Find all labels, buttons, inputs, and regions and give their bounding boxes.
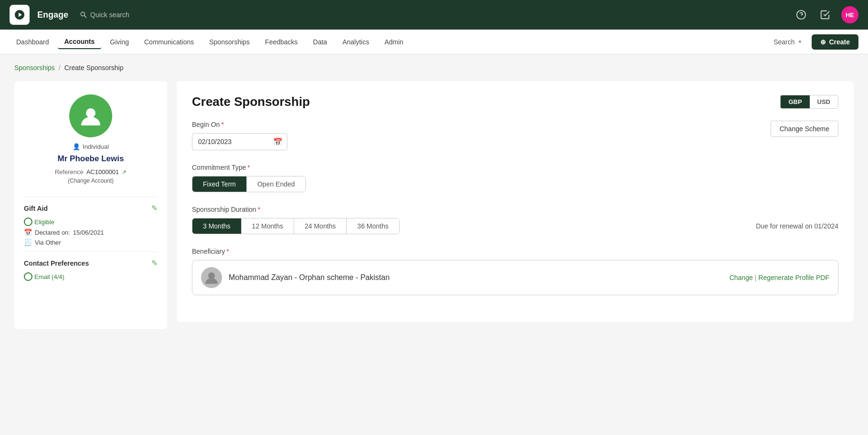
beneficiary-change-link[interactable]: Change xyxy=(730,274,753,281)
via-label: Via Other xyxy=(35,239,61,246)
create-plus-icon: ⊕ xyxy=(820,38,826,46)
commitment-type-required: * xyxy=(247,164,250,171)
gift-aid-status-row: Eligible xyxy=(24,218,158,226)
nav-analytics[interactable]: Analytics xyxy=(336,35,376,49)
account-sidebar: 👤 Individual Mr Phoebe Lewis Reference A… xyxy=(14,81,167,329)
topbar-right: HE xyxy=(794,6,858,23)
fixed-term-button[interactable]: Fixed Term xyxy=(192,176,246,192)
gift-aid-title: Gift Aid xyxy=(24,205,48,212)
gift-aid-edit-icon[interactable]: ✎ xyxy=(151,204,158,213)
create-label: Create xyxy=(829,38,850,46)
navmenu: Dashboard Accounts Giving Communications… xyxy=(0,30,868,54)
person-icon: 👤 xyxy=(73,143,80,150)
main-content: Sponsorships / Create Sponsorship 👤 Indi… xyxy=(0,54,868,339)
duration-toggle: 3 Months 12 Months 24 Months 36 Months xyxy=(192,218,400,234)
email-pref: Email (4/4) xyxy=(24,272,64,281)
gift-aid-header: Gift Aid ✎ xyxy=(24,204,158,213)
nav-feedbacks[interactable]: Feedbacks xyxy=(258,35,304,49)
commitment-type-label: Commitment Type * xyxy=(192,164,838,171)
account-reference: Reference AC1000001 ↗ xyxy=(55,168,127,176)
form-card-header: Create Sponsorship GBP USD xyxy=(192,94,838,109)
ref-label: Reference xyxy=(55,168,84,176)
nav-dashboard[interactable]: Dashboard xyxy=(10,35,56,49)
email-pref-label: Email (4/4) xyxy=(34,273,64,280)
declared-date: 15/06/2021 xyxy=(73,229,104,236)
beneficiary-info: Mohammad Zayan - Orphan scheme - Pakista… xyxy=(201,267,390,288)
nav-communications[interactable]: Communications xyxy=(138,35,201,49)
beneficiary-avatar xyxy=(201,267,222,288)
nav-accounts[interactable]: Accounts xyxy=(58,35,102,49)
currency-gbp-button[interactable]: GBP xyxy=(781,95,809,108)
change-scheme-button[interactable]: Change Scheme xyxy=(771,121,838,137)
contact-prefs-title: Contact Preferences xyxy=(24,259,89,267)
beneficiary-name: Mohammad Zayan - Orphan scheme - Pakista… xyxy=(229,273,390,282)
account-name: Mr Phoebe Lewis xyxy=(58,154,124,164)
ref-value: AC1000001 xyxy=(86,168,119,176)
search-label: Search xyxy=(773,38,794,46)
help-icon[interactable] xyxy=(794,7,809,22)
search-chevron: ▼ xyxy=(798,39,803,44)
beneficiary-actions: Change | Regenerate Profile PDF xyxy=(730,274,829,281)
commitment-type-section: Commitment Type * Fixed Term Open Ended xyxy=(192,164,838,192)
begin-on-section: Begin On * 📅 Change Scheme xyxy=(192,121,838,150)
duration-3months[interactable]: 3 Months xyxy=(192,218,241,234)
tasks-icon[interactable] xyxy=(817,7,833,22)
begin-on-input[interactable] xyxy=(192,133,287,150)
gift-aid-section: Gift Aid ✎ Eligible 📅 Declared on: 15/06… xyxy=(24,197,158,249)
via-row: 🧾 Via Other xyxy=(24,238,158,246)
form-card: Create Sponsorship GBP USD Begin On * xyxy=(177,81,854,322)
account-type-label: Individual xyxy=(83,143,109,150)
nav-giving[interactable]: Giving xyxy=(103,35,136,49)
nav-sponsorships[interactable]: Sponsorships xyxy=(202,35,256,49)
form-top-right: GBP USD xyxy=(780,95,838,109)
nav-search[interactable]: Search ▼ xyxy=(770,36,806,48)
account-avatar xyxy=(69,94,112,137)
open-ended-button[interactable]: Open Ended xyxy=(246,176,306,192)
beneficiary-pdf-link[interactable]: Regenerate Profile PDF xyxy=(758,274,829,281)
via-icon: 🧾 xyxy=(24,238,32,246)
renewal-note: Due for renewal on 01/2024 xyxy=(756,222,838,230)
contact-prefs-section: Contact Preferences ✎ Email (4/4) xyxy=(24,251,158,283)
page-layout: 👤 Individual Mr Phoebe Lewis Reference A… xyxy=(14,81,854,329)
form-title: Create Sponsorship xyxy=(192,94,310,109)
quick-search-label: Quick search xyxy=(90,11,129,19)
external-link-icon[interactable]: ↗ xyxy=(122,169,127,176)
nav-data[interactable]: Data xyxy=(307,35,334,49)
eligible-badge: Eligible xyxy=(24,218,54,226)
duration-24months[interactable]: 24 Months xyxy=(294,218,346,234)
quick-search[interactable]: Quick search xyxy=(80,11,129,19)
begin-on-input-wrapper: 📅 xyxy=(192,133,287,150)
breadcrumb-separator: / xyxy=(59,64,61,72)
account-type: 👤 Individual xyxy=(73,143,109,150)
nav-admin[interactable]: Admin xyxy=(378,35,410,49)
beneficiary-label: Beneficiary * xyxy=(192,248,838,255)
navmenu-right: Search ▼ ⊕ Create xyxy=(770,34,858,50)
breadcrumb: Sponsorships / Create Sponsorship xyxy=(14,64,854,72)
svg-point-3 xyxy=(208,272,215,279)
change-account-link[interactable]: (Change Account) xyxy=(68,177,114,184)
duration-required: * xyxy=(258,206,260,213)
breadcrumb-parent[interactable]: Sponsorships xyxy=(14,64,55,72)
duration-label: Sponsorship Duration * xyxy=(192,206,838,213)
duration-row: 3 Months 12 Months 24 Months 36 Months D… xyxy=(192,218,838,234)
topbar: Engage Quick search HE xyxy=(0,0,868,30)
commitment-type-toggle: Fixed Term Open Ended xyxy=(192,176,306,192)
beneficiary-section: Beneficiary * Mohammad Zayan - Orphan sc… xyxy=(192,248,838,295)
beneficiary-separator: | xyxy=(755,274,757,281)
duration-36months[interactable]: 36 Months xyxy=(346,218,399,234)
eligible-label: Eligible xyxy=(34,218,54,226)
email-pref-row: Email (4/4) xyxy=(24,272,158,281)
contact-prefs-header: Contact Preferences ✎ xyxy=(24,259,158,268)
duration-section: Sponsorship Duration * 3 Months 12 Month… xyxy=(192,206,838,234)
svg-point-2 xyxy=(86,108,95,118)
calendar-icon: 📅 xyxy=(24,228,32,236)
contact-prefs-edit-icon[interactable]: ✎ xyxy=(151,259,158,268)
create-button[interactable]: ⊕ Create xyxy=(812,34,858,50)
duration-12months[interactable]: 12 Months xyxy=(241,218,294,234)
breadcrumb-current: Create Sponsorship xyxy=(64,64,124,72)
beneficiary-card: Mohammad Zayan - Orphan scheme - Pakista… xyxy=(192,260,838,295)
begin-on-label: Begin On * xyxy=(192,121,287,128)
app-logo[interactable] xyxy=(10,5,30,25)
currency-usd-button[interactable]: USD xyxy=(810,95,838,108)
user-avatar[interactable]: HE xyxy=(841,6,858,23)
